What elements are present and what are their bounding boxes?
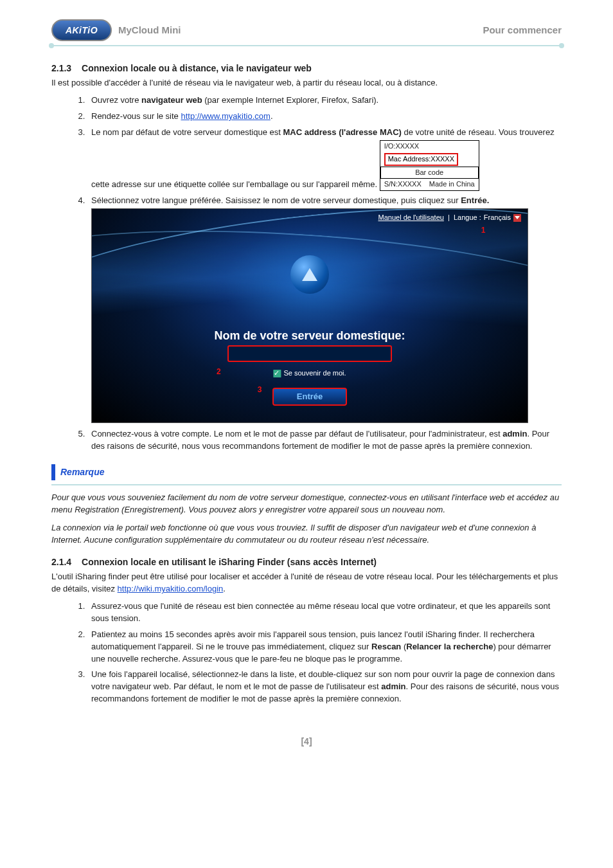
bold: Rescan	[371, 642, 401, 651]
lang-value: Français	[484, 213, 511, 223]
remark-heading: Remarque	[51, 464, 109, 480]
remark-label: Remarque	[60, 467, 104, 477]
steps-213: Ouvrez votre navigateur web (par exemple…	[87, 95, 562, 453]
remark-p2: La connexion via le portail web fonction…	[51, 522, 562, 547]
text: .	[271, 111, 273, 121]
chevron-down-icon	[513, 214, 521, 222]
doc-title: MyCloud Mini	[118, 23, 181, 37]
label-mac-row: Mac Address:XXXXX	[380, 152, 479, 167]
heading-text: Connexion locale ou à distance, via le n…	[82, 63, 312, 73]
bold: admin	[381, 682, 405, 691]
server-name-input[interactable]	[227, 345, 392, 362]
step-3: Le nom par défaut de votre serveur domes…	[87, 127, 562, 192]
remember-me[interactable]: Se souvenir de moi.	[273, 368, 346, 379]
heading-213: 2.1.3 Connexion locale ou à distance, vi…	[51, 62, 562, 75]
heading-number: 2.1.3	[51, 62, 71, 75]
label-bottom: S/N:XXXXX Made in China	[380, 178, 479, 190]
section-name: Pour commencer	[483, 23, 562, 37]
text: Ouvrez votre	[91, 95, 141, 105]
label-sn: S/N:XXXXX	[380, 179, 425, 190]
bold: admin	[502, 429, 527, 439]
step-1: Ouvrez votre navigateur web (par exemple…	[87, 95, 562, 107]
enter-button[interactable]: Entrée	[272, 388, 347, 406]
bold: Entrée.	[461, 195, 489, 205]
callout-2: 2	[217, 367, 221, 379]
step-4: Sélectionnez votre langue préférée. Sais…	[87, 195, 562, 423]
step-2: Rendez-vous sur le site http://www.myaki…	[87, 111, 562, 123]
bold: navigateur web	[141, 95, 202, 105]
remember-label: Se souvenir de moi.	[283, 368, 346, 379]
label-mac: Mac Address:XXXXX	[384, 153, 458, 166]
text: Le nom par défaut de votre serveur domes…	[91, 127, 283, 137]
step-5: Connectez-vous à votre compte. Le nom et…	[87, 428, 562, 453]
link-myakitio[interactable]: http://www.myakitio.com	[181, 111, 270, 121]
brand-logo: AKiTiO	[51, 19, 112, 41]
manual-link[interactable]: Manuel de l'utilisateu	[378, 213, 444, 221]
step-3: Une fois l'appareil localisé, sélectionn…	[87, 669, 562, 705]
text: Connectez-vous à votre compte. Le nom et…	[91, 429, 502, 439]
device-label-illustration: I/O:XXXXX Mac Address:XXXXX Bar code S/N…	[380, 140, 479, 192]
checkbox-icon[interactable]	[273, 370, 281, 377]
bold: MAC address (l'adresse MAC)	[283, 127, 401, 137]
step-1: Assurez-vous que l'unité de réseau est b…	[87, 601, 562, 625]
callout-3: 3	[254, 385, 265, 397]
text: (par exemple Internet Explorer, Firefox,…	[202, 95, 379, 105]
login-topbar: Manuel de l'utilisateu | Langue : França…	[378, 213, 522, 223]
language-selector[interactable]: Langue : Français	[454, 213, 521, 223]
step-2: Patientez au moins 15 secondes après avo…	[87, 629, 562, 665]
label-barcode: Bar code	[380, 167, 479, 179]
label-io: I/O:XXXXX	[380, 141, 479, 152]
intro-213: Il est possible d'accéder à l'unité de r…	[51, 77, 562, 89]
login-prompt: Nom de votre serveur domestique:	[92, 327, 528, 344]
text: Rendez-vous sur le site	[91, 111, 181, 121]
login-screenshot: Manuel de l'utilisateu | Langue : França…	[91, 208, 528, 423]
page-number: [4]	[51, 735, 562, 748]
heading-214: 2.1.4 Connexion locale en utilisant le i…	[51, 556, 562, 568]
divider	[51, 484, 562, 485]
remark-p1: Pour que vous vous souveniez facilement …	[51, 492, 562, 516]
page-header: AKiTiO MyCloud Mini Pour commencer	[51, 19, 562, 46]
text: Sélectionnez votre langue préférée. Sais…	[91, 195, 461, 205]
bold: Relancer la recherche	[406, 642, 493, 651]
lang-label: Langue :	[454, 213, 481, 223]
heading-text: Connexion locale en utilisant le iSharin…	[82, 557, 377, 567]
triangle-icon	[302, 268, 317, 281]
header-left: AKiTiO MyCloud Mini	[51, 19, 181, 41]
steps-214: Assurez-vous que l'unité de réseau est b…	[87, 601, 562, 705]
label-made: Made in China	[425, 179, 479, 190]
heading-number: 2.1.4	[51, 556, 71, 568]
text: .	[223, 584, 226, 593]
intro-214: L'outil iSharing finder peut être utilis…	[51, 571, 562, 595]
link-wiki[interactable]: http://wiki.myakitio.com/login	[118, 584, 224, 593]
portal-logo	[290, 255, 329, 294]
callout-1: 1	[477, 226, 489, 237]
